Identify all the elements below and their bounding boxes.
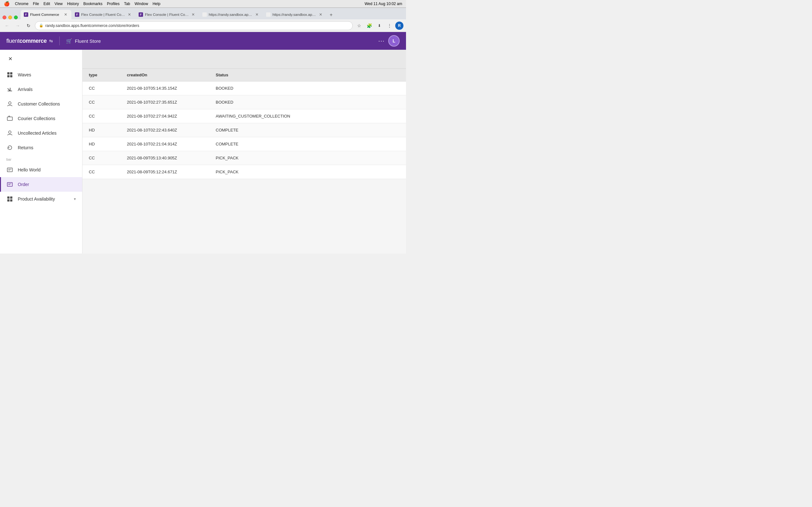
customer-collections-icon — [6, 101, 13, 107]
returns-icon — [6, 144, 13, 151]
browser-tab-3[interactable]: F Flex Console | Fluent Com... ✕ — [136, 10, 199, 19]
tab-close-1[interactable]: ✕ — [63, 12, 68, 17]
user-avatar[interactable]: L — [388, 35, 400, 47]
table-row[interactable]: CC 2021-08-10T05:14:35.154Z BOOKED — [83, 81, 406, 95]
menu-view[interactable]: View — [55, 2, 63, 6]
sidebar-nav: Waves Arrivals — [0, 65, 82, 209]
table-row[interactable]: CC 2021-08-10T02:27:35.651Z BOOKED — [83, 95, 406, 109]
header-right: ⋯ L — [378, 35, 400, 47]
menu-bookmarks[interactable]: Bookmarks — [84, 2, 102, 6]
sidebar-item-label-customer-collections: Customer Collections — [18, 101, 60, 107]
maximize-window-button[interactable] — [14, 15, 18, 19]
table-row[interactable]: HD 2021-08-10T02:21:04.914Z COMPLETE — [83, 137, 406, 151]
content-area: type createdOn Status CC 2021-08-10 — [83, 50, 406, 253]
sidebar-item-label-waves: Waves — [18, 72, 31, 77]
tab-favicon-3: F — [139, 12, 143, 17]
tab-close-2[interactable]: ✕ — [127, 12, 132, 17]
sidebar: ✕ Waves — [0, 50, 83, 253]
lock-icon: 🔒 — [39, 23, 44, 27]
svg-rect-17 — [10, 196, 12, 199]
new-tab-button[interactable]: + — [327, 10, 336, 19]
menu-window[interactable]: Window — [135, 2, 148, 6]
cell-type-2: CC — [83, 109, 120, 123]
cell-status-5: PICK_PACK — [209, 151, 406, 165]
address-bar[interactable]: 🔒 randy.sandbox.apps.fluentcommerce.com/… — [35, 21, 353, 30]
profile-button[interactable]: R — [395, 21, 403, 30]
app-logo: fluentcommerce ⇆ — [6, 38, 53, 44]
close-window-button[interactable] — [3, 15, 6, 19]
menu-tab[interactable]: Tab — [124, 2, 130, 6]
sidebar-item-label-order: Order — [18, 182, 29, 187]
svg-rect-3 — [10, 75, 12, 77]
svg-rect-0 — [7, 72, 9, 74]
tab-favicon-4 — [202, 12, 207, 17]
courier-collections-icon — [6, 115, 13, 122]
header-store: 🛒 Fluent Store — [66, 38, 101, 44]
apple-menu[interactable]: 🍎 — [4, 1, 10, 7]
sidebar-separator: bar — [0, 155, 82, 163]
sidebar-item-waves[interactable]: Waves — [0, 67, 82, 82]
bookmark-button[interactable]: ☆ — [355, 21, 363, 30]
tab-close-5[interactable]: ✕ — [318, 12, 323, 17]
tab-title-5: https://randy.sandbox.app... — [272, 13, 316, 16]
table-row[interactable]: CC 2021-08-09T05:13:40.905Z PICK_PACK — [83, 151, 406, 165]
tab-title-1: Fluent Commerce — [30, 13, 61, 16]
content-header-inner — [83, 50, 406, 60]
menu-chrome[interactable]: Chrome — [15, 2, 29, 6]
tab-favicon-2: F — [75, 12, 79, 17]
sidebar-item-order[interactable]: Order — [0, 177, 82, 192]
menu-file[interactable]: File — [33, 2, 39, 6]
sidebar-close-button[interactable]: ✕ — [6, 55, 14, 62]
menu-history[interactable]: History — [67, 2, 79, 6]
menu-edit[interactable]: Edit — [44, 2, 50, 6]
menu-profiles[interactable]: Profiles — [107, 2, 119, 6]
extensions-button[interactable]: 🧩 — [365, 21, 374, 30]
more-options-button[interactable]: ⋯ — [378, 37, 385, 45]
svg-rect-2 — [7, 75, 9, 77]
order-icon — [6, 181, 13, 188]
svg-rect-18 — [7, 199, 9, 202]
browser-tab-1[interactable]: F Fluent Commerce ✕ — [20, 10, 71, 19]
cell-status-2: AWAITING_CUSTOMER_COLLECTION — [209, 109, 406, 123]
menu-help[interactable]: Help — [153, 2, 160, 6]
cell-createdon-4: 2021-08-10T02:21:04.914Z — [120, 137, 209, 151]
table-row[interactable]: CC 2021-08-09T05:12:24.671Z PICK_PACK — [83, 165, 406, 179]
chrome-window: F Fluent Commerce ✕ F Flex Console | Flu… — [0, 8, 406, 32]
minimize-window-button[interactable] — [8, 15, 12, 19]
reload-button[interactable]: ↻ — [24, 21, 33, 30]
menu-button[interactable]: ⋮ — [385, 21, 394, 30]
app-header: fluentcommerce ⇆ 🛒 Fluent Store ⋯ L — [0, 32, 406, 50]
svg-rect-8 — [7, 117, 12, 120]
table-row[interactable]: CC 2021-08-10T02:27:04.942Z AWAITING_CUS… — [83, 109, 406, 123]
table-container[interactable]: type createdOn Status CC 2021-08-10 — [83, 69, 406, 253]
product-availability-chevron-icon: ▾ — [74, 197, 76, 201]
arrivals-icon — [6, 86, 13, 93]
sidebar-item-courier-collections[interactable]: Courier Collections — [0, 111, 82, 126]
tab-close-3[interactable]: ✕ — [191, 12, 196, 17]
cell-createdon-6: 2021-08-09T05:12:24.671Z — [120, 165, 209, 179]
tab-close-4[interactable]: ✕ — [254, 12, 259, 17]
cell-type-5: CC — [83, 151, 120, 165]
logo-arrows-icon: ⇆ — [49, 38, 53, 43]
browser-tab-2[interactable]: F Flex Console | Fluent Com... ✕ — [72, 10, 135, 19]
menu-datetime: Wed 11 Aug 10:02 am — [364, 2, 402, 6]
cell-type-6: CC — [83, 165, 120, 179]
browser-tab-4[interactable]: https://randy.sandbox.app... ✕ — [199, 10, 263, 19]
forward-button[interactable]: → — [13, 21, 22, 30]
table-body: CC 2021-08-10T05:14:35.154Z BOOKED CC 20… — [83, 81, 406, 179]
sidebar-item-uncollected-articles[interactable]: Uncollected Articles — [0, 126, 82, 140]
sidebar-item-arrivals[interactable]: Arrivals — [0, 82, 82, 97]
browser-tab-5[interactable]: https://randy.sandbox.app... ✕ — [263, 10, 326, 19]
cell-status-6: PICK_PACK — [209, 165, 406, 179]
sidebar-item-hello-world[interactable]: Hello World — [0, 163, 82, 177]
column-header-status: Status — [209, 69, 406, 81]
sidebar-item-customer-collections[interactable]: Customer Collections — [0, 97, 82, 111]
cell-type-1: CC — [83, 95, 120, 109]
svg-rect-19 — [10, 199, 12, 202]
back-button[interactable]: ← — [3, 21, 11, 30]
sidebar-item-product-availability[interactable]: Product Availability ▾ — [0, 192, 82, 206]
downloads-button[interactable]: ⬇ — [375, 21, 384, 30]
table-row[interactable]: HD 2021-08-10T02:22:43.640Z COMPLETE — [83, 123, 406, 137]
hello-world-icon — [6, 166, 13, 173]
sidebar-item-returns[interactable]: Returns — [0, 140, 82, 155]
